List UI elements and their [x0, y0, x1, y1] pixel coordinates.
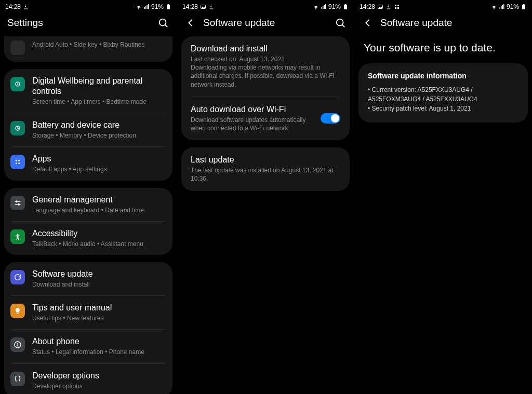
last-update-card: Last update The last update was installe… — [181, 147, 350, 191]
settings-item-sub: Storage • Memory • Device protection — [32, 131, 165, 140]
battery-icon-status — [165, 4, 171, 10]
svg-point-2 — [17, 84, 19, 85]
software-update-header: Software update — [177, 11, 354, 36]
settings-item-apps[interactable]: Apps Default apps • App settings — [11, 146, 165, 180]
search-button[interactable] — [157, 17, 169, 29]
settings-item-sub: Download and install — [32, 280, 165, 289]
software-update-screen: 14:28 91% Software update Download and i… — [177, 0, 354, 394]
settings-item-sub: Android Auto • Side key • Bixby Routines — [32, 40, 165, 49]
signal-icon — [499, 4, 505, 10]
settings-item-sub: Screen time • App timers • Bedtime mode — [32, 98, 165, 106]
status-bar: 14:28 91% — [354, 0, 532, 11]
back-button[interactable] — [362, 17, 374, 29]
svg-rect-18 — [397, 5, 399, 6]
settings-item-about-phone[interactable]: About phone Status • Legal information •… — [11, 329, 165, 363]
update-icon — [10, 270, 25, 284]
svg-rect-20 — [397, 7, 399, 9]
settings-item-tips[interactable]: Tips and user manual Useful tips • New f… — [11, 295, 165, 329]
update-info-title: Software update information — [358, 63, 528, 85]
settings-item-title: Battery and device care — [32, 120, 165, 130]
settings-item-title: Software update — [32, 269, 165, 279]
svg-point-12 — [17, 343, 18, 344]
settings-item-sub: TalkBack • Mono audio • Assistant menu — [32, 240, 165, 248]
info-icon — [10, 337, 25, 352]
software-update-header: Software update — [354, 11, 532, 36]
settings-group-about: Software update Download and install Tip… — [4, 262, 172, 394]
auto-download-item[interactable]: Auto download over Wi-Fi Download softwa… — [181, 97, 350, 140]
bullet-security-patch: Security patch level: August 1, 2021 — [368, 104, 518, 113]
update-info-card: Software update information Current vers… — [358, 63, 528, 123]
braces-icon — [10, 372, 25, 386]
download-last-checked: Last checked on: August 13, 2021 — [191, 55, 340, 63]
apps-icon — [10, 155, 25, 169]
bullet-current-version: Current version: A525FXXU3AUG4 / A525FOX… — [368, 85, 518, 104]
settings-item-developer[interactable]: Developer options Developer options — [11, 363, 165, 395]
settings-item-title: Digital Wellbeing and parental controls — [32, 76, 165, 97]
software-update-result-screen: 14:28 91% Software update Your software … — [354, 0, 532, 394]
page-title: Software update — [380, 17, 525, 29]
status-time: 14:28 — [360, 3, 375, 10]
settings-item-title: Accessibility — [32, 228, 165, 239]
auto-download-sub: Download software updates automatically … — [191, 116, 314, 132]
settings-item-general[interactable]: General management Language and keyboard… — [4, 188, 172, 221]
battery-icon — [10, 121, 25, 135]
svg-rect-13 — [17, 345, 18, 347]
status-bar: 14:28 91% — [177, 0, 354, 11]
battery-pct: 91% — [507, 3, 519, 10]
settings-item-sub: Status • Legal information • Phone name — [32, 348, 165, 356]
image-status-icon — [377, 4, 383, 10]
svg-point-0 — [159, 19, 166, 26]
a11y-icon — [10, 229, 25, 244]
settings-item-wellbeing[interactable]: Digital Wellbeing and parental controls … — [4, 69, 172, 113]
svg-point-9 — [18, 203, 20, 205]
wifi-icon — [136, 4, 142, 10]
svg-rect-19 — [395, 7, 396, 9]
last-update-sub: The last update was installed on August … — [191, 166, 340, 183]
search-button[interactable] — [334, 17, 347, 29]
svg-rect-17 — [395, 5, 396, 6]
settings-item-title: About phone — [32, 336, 165, 347]
settings-item-software-update[interactable]: Software update Download and install — [4, 262, 172, 295]
update-settings-card: Download and install Last checked on: Au… — [181, 36, 350, 140]
settings-item-title: Apps — [32, 154, 165, 164]
sliders-icon — [10, 196, 25, 210]
settings-item-sub: Default apps • App settings — [32, 165, 165, 173]
download-and-install-item[interactable]: Download and install Last checked on: Au… — [181, 36, 350, 97]
settings-group-wellbeing: Digital Wellbeing and parental controls … — [4, 69, 172, 181]
settings-screen: 14:28 91% Settings Android Auto • Side k… — [0, 0, 177, 394]
auto-download-toggle[interactable] — [321, 113, 340, 124]
settings-item-accessibility[interactable]: Accessibility TalkBack • Mono audio • As… — [11, 221, 165, 255]
settings-item-title: General management — [32, 195, 165, 205]
battery-pct: 91% — [151, 3, 164, 10]
wifi-icon — [313, 4, 319, 10]
svg-point-5 — [18, 160, 20, 161]
status-bar: 14:28 91% — [0, 0, 177, 11]
signal-icon — [143, 4, 150, 10]
download-status-icon — [385, 4, 392, 10]
signal-icon — [321, 4, 327, 10]
auto-download-title: Auto download over Wi-Fi — [191, 104, 314, 115]
svg-point-4 — [16, 160, 17, 161]
wifi-icon — [491, 4, 497, 10]
image-status-icon — [200, 4, 206, 10]
status-time: 14:28 — [182, 3, 198, 10]
settings-item-sub: Useful tips • New features — [32, 314, 165, 322]
download-title: Download and install — [191, 44, 340, 54]
settings-item-advanced-features[interactable]: Android Auto • Side key • Bixby Routines — [4, 36, 172, 62]
last-update-title: Last update — [191, 155, 340, 165]
battery-pct: 91% — [328, 3, 341, 10]
svg-point-10 — [17, 234, 19, 235]
battery-icon-status — [342, 4, 349, 10]
bulb-icon — [10, 304, 25, 318]
svg-point-7 — [18, 163, 20, 165]
settings-group-advanced-tail: Android Auto • Side key • Bixby Routines — [4, 36, 172, 62]
settings-item-battery[interactable]: Battery and device care Storage • Memory… — [11, 113, 165, 146]
last-update-item[interactable]: Last update The last update was installe… — [181, 147, 350, 191]
chevron-left-icon — [185, 17, 196, 29]
settings-item-title: Developer options — [32, 371, 165, 381]
page-title: Settings — [7, 17, 151, 29]
svg-point-15 — [337, 19, 343, 26]
svg-point-6 — [16, 163, 17, 165]
apps-status-icon — [394, 4, 400, 10]
back-button[interactable] — [184, 17, 197, 29]
